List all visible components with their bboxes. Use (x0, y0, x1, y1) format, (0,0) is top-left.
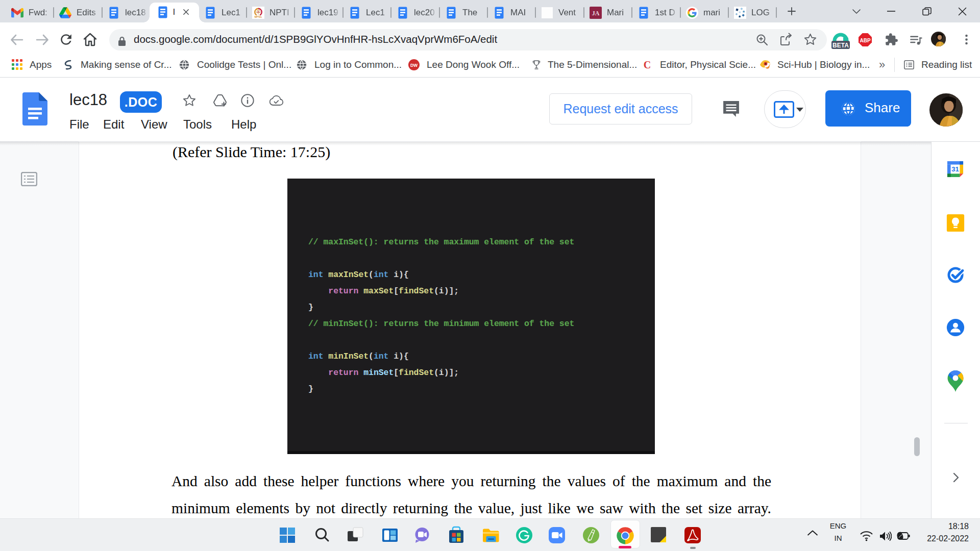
svg-text:ABP: ABP (860, 38, 870, 43)
svg-text:C: C (644, 59, 651, 70)
svg-text:NPTEL: NPTEL (254, 16, 262, 18)
svg-text:BETA: BETA (832, 42, 849, 49)
svg-text:31: 31 (951, 165, 959, 173)
svg-text:JA: JA (592, 10, 600, 17)
svg-text:DW: DW (410, 63, 418, 68)
